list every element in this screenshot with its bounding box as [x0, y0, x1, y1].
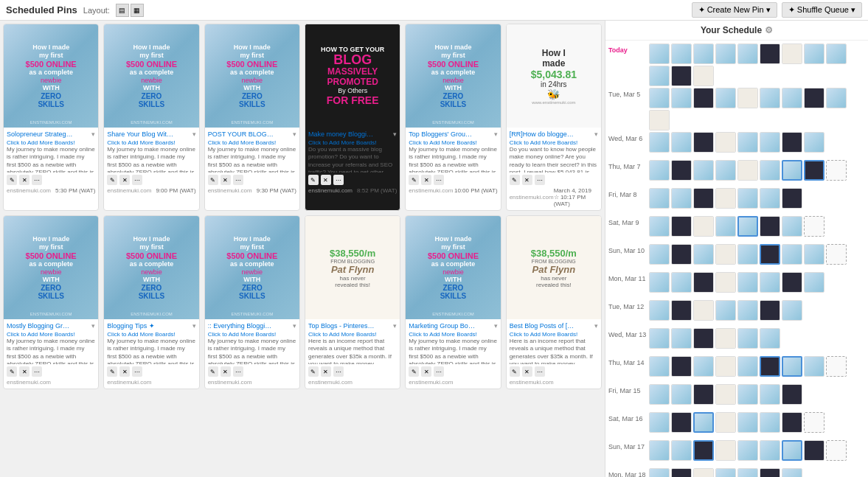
pin-card[interactable]: How I mademy first $500 ONLINE as a comp… [103, 24, 199, 211]
schedule-thumb[interactable] [782, 300, 802, 321]
schedule-thumb[interactable] [649, 188, 670, 209]
gear-icon[interactable]: ⚙ [765, 25, 773, 35]
pin-more-btn[interactable]: ⋯ [434, 366, 444, 377]
pin-edit-btn[interactable]: ✎ [107, 366, 117, 377]
schedule-thumb[interactable] [649, 440, 670, 461]
pin-add-more[interactable]: Click to Add More Boards! [7, 139, 95, 146]
pin-add-more[interactable]: Click to Add More Boards! [308, 331, 397, 338]
schedule-thumb[interactable] [649, 412, 670, 433]
schedule-thumb-active[interactable] [804, 160, 824, 181]
schedule-thumb[interactable] [782, 384, 802, 405]
shuffle-queue-button[interactable]: ✦ Shuffle Queue ▾ [782, 2, 862, 18]
schedule-thumb[interactable] [737, 160, 758, 181]
schedule-thumb[interactable] [671, 384, 692, 405]
schedule-thumb[interactable] [693, 384, 714, 405]
pin-card[interactable]: How I mademy first $500 ONLINE as a comp… [405, 24, 501, 211]
schedule-thumb[interactable] [760, 43, 780, 64]
schedule-thumb[interactable] [760, 216, 780, 237]
schedule-thumb[interactable] [804, 132, 824, 153]
pin-card[interactable]: How I mademy first $500 ONLINE as a comp… [204, 24, 300, 211]
schedule-thumb[interactable] [715, 132, 736, 153]
schedule-thumb[interactable] [737, 356, 758, 377]
schedule-thumb[interactable] [693, 132, 714, 153]
schedule-thumb[interactable] [737, 468, 758, 477]
schedule-thumb[interactable] [760, 132, 780, 153]
schedule-thumb[interactable] [760, 300, 780, 321]
schedule-thumb[interactable] [760, 412, 780, 433]
schedule-thumb[interactable] [693, 216, 714, 237]
pin-add-more[interactable]: Click to Add More Boards! [7, 331, 95, 338]
pin-edit-btn[interactable]: ✎ [510, 175, 520, 185]
schedule-thumb[interactable] [715, 216, 736, 237]
pin-delete-btn[interactable]: ✕ [522, 366, 532, 377]
pin-add-more[interactable]: Click to Add More Boards! [208, 331, 296, 338]
schedule-thumb[interactable] [649, 43, 670, 64]
pin-add-more[interactable]: Click to Add More Boards! [409, 331, 497, 338]
schedule-thumb[interactable] [760, 440, 780, 461]
layout-btn-2[interactable]: ▦ [131, 4, 144, 17]
pin-add-more[interactable]: Click to Add More Boards! [107, 331, 195, 338]
pin-board-name[interactable]: Blogging Tips ✦ [107, 322, 155, 330]
schedule-thumb[interactable] [671, 440, 692, 461]
schedule-thumb[interactable] [826, 88, 847, 108]
pin-more-btn[interactable]: ⋯ [32, 175, 42, 185]
schedule-thumb[interactable] [782, 412, 802, 433]
schedule-thumb[interactable] [782, 272, 802, 293]
pin-more-btn[interactable]: ⋯ [535, 366, 545, 377]
schedule-thumb-empty[interactable] [826, 244, 847, 265]
pin-delete-btn[interactable]: ✕ [221, 175, 231, 185]
pin-delete-btn[interactable]: ✕ [221, 366, 231, 377]
pin-more-btn[interactable]: ⋯ [32, 366, 42, 377]
schedule-thumb[interactable] [649, 384, 670, 405]
schedule-thumb[interactable] [737, 328, 758, 349]
pin-edit-btn[interactable]: ✎ [409, 366, 419, 377]
schedule-thumb[interactable] [782, 132, 802, 153]
pin-edit-btn[interactable]: ✎ [308, 175, 319, 185]
pin-edit-btn[interactable]: ✎ [7, 366, 17, 377]
schedule-thumb[interactable] [649, 110, 670, 130]
schedule-thumb[interactable] [715, 328, 736, 349]
pin-more-btn[interactable]: ⋯ [535, 175, 545, 185]
schedule-thumb-active[interactable] [782, 440, 802, 461]
pin-delete-btn[interactable]: ✕ [522, 175, 532, 185]
pin-card-blog[interactable]: HOW TO GET YOUR BLOG MASSIVELY PROMOTED … [305, 24, 400, 211]
schedule-thumb[interactable] [693, 66, 714, 86]
schedule-thumb[interactable] [693, 468, 714, 477]
schedule-thumb[interactable] [715, 272, 736, 293]
schedule-thumb[interactable] [737, 272, 758, 293]
schedule-thumb[interactable] [649, 328, 670, 349]
schedule-thumb-active[interactable] [782, 356, 802, 377]
schedule-thumb[interactable] [649, 244, 670, 265]
schedule-thumb[interactable] [760, 88, 780, 108]
pin-add-more[interactable]: Click to Add More Boards! [208, 139, 296, 146]
schedule-thumb-empty[interactable] [826, 160, 847, 181]
schedule-thumb[interactable] [715, 244, 736, 265]
schedule-thumb[interactable] [693, 160, 714, 181]
pin-edit-btn[interactable]: ✎ [308, 366, 319, 377]
pin-board-name[interactable]: [RR]How do bloggers make money... [510, 130, 576, 138]
schedule-thumb[interactable] [737, 132, 758, 153]
schedule-thumb[interactable] [671, 272, 692, 293]
schedule-thumb[interactable] [760, 160, 780, 181]
pin-card[interactable]: How I mademy first $500 ONLINE as a comp… [3, 215, 99, 389]
pin-board-name[interactable]: Make money Blogging + Blo... [308, 130, 375, 138]
schedule-thumb[interactable] [737, 440, 758, 461]
pin-board-name[interactable]: Share Your Blog With the... [107, 130, 173, 138]
pin-edit-btn[interactable]: ✎ [208, 175, 218, 185]
pin-delete-btn[interactable]: ✕ [119, 366, 130, 377]
schedule-thumb[interactable] [782, 88, 802, 108]
schedule-thumb[interactable] [649, 160, 670, 181]
schedule-thumb[interactable] [760, 468, 780, 477]
schedule-thumb[interactable] [693, 43, 714, 64]
pin-more-btn[interactable]: ⋯ [333, 366, 344, 377]
pin-more-btn[interactable]: ⋯ [434, 175, 444, 185]
schedule-thumb[interactable] [782, 216, 802, 237]
schedule-thumb[interactable] [715, 412, 736, 433]
schedule-thumb-empty[interactable] [804, 412, 824, 433]
schedule-thumb[interactable] [715, 356, 736, 377]
pin-board-name[interactable]: Best Blog Posts of [Pinter... [510, 322, 576, 330]
schedule-thumb[interactable] [737, 188, 758, 209]
pin-board-name[interactable]: Top Blogs - Pinterest Vir... [308, 322, 375, 330]
schedule-thumb[interactable] [760, 188, 780, 209]
pin-more-btn[interactable]: ⋯ [233, 175, 243, 185]
